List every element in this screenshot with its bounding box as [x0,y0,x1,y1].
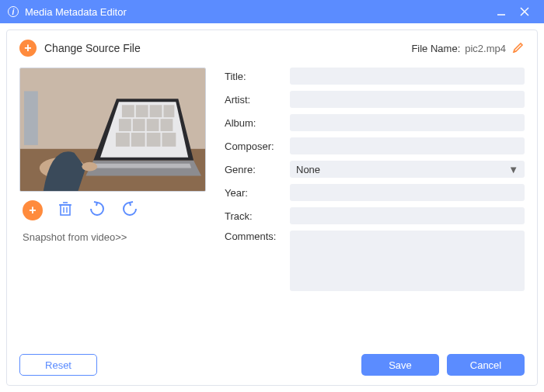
minimize-button[interactable] [490,6,513,17]
composer-input[interactable] [290,137,525,154]
svg-rect-19 [162,133,176,147]
snapshot-link[interactable]: Snapshot from video>> [19,231,206,243]
titlebar: i Media Metadata Editor [0,0,544,23]
svg-line-3 [514,51,516,52]
svg-rect-8 [122,105,134,117]
title-label: Title: [225,71,290,82]
thumbnail-toolbar: + [19,199,206,220]
composer-label: Composer: [225,140,290,152]
delete-thumbnail-icon[interactable] [57,200,74,220]
album-label: Album: [225,117,290,129]
add-thumbnail-icon[interactable]: + [23,200,43,220]
bottom-bar: Reset Save Cancel [19,354,525,376]
genre-value: None [296,164,320,175]
svg-rect-16 [116,133,130,147]
artist-label: Artist: [225,94,290,106]
rotate-right-icon[interactable] [120,199,139,220]
window-title: Media Metadata Editor [25,6,490,18]
album-input[interactable] [290,114,525,131]
comments-input[interactable] [290,231,525,291]
metadata-form: Title: Artist: Album: Composer: Genre: N… [225,68,525,297]
file-name-label: File Name: [411,43,460,54]
header-row: + Change Source File File Name: pic2.mp4 [19,40,525,57]
change-source-plus-icon[interactable]: + [19,40,37,57]
close-button[interactable] [513,6,536,17]
info-icon: i [8,6,19,17]
file-name-value: pic2.mp4 [465,43,506,54]
svg-rect-11 [163,105,174,117]
svg-rect-12 [119,119,131,131]
svg-rect-10 [150,105,162,117]
svg-point-23 [82,162,97,172]
edit-filename-icon[interactable] [512,41,525,56]
svg-marker-21 [91,164,191,168]
title-input[interactable] [290,68,525,85]
svg-rect-25 [61,205,70,215]
thumbnail-preview [19,68,206,192]
genre-select[interactable]: None ▼ [290,161,525,178]
cancel-button[interactable]: Cancel [447,354,525,376]
comments-label: Comments: [225,231,290,242]
save-button[interactable]: Save [361,354,439,376]
svg-rect-14 [147,119,159,131]
genre-label: Genre: [225,164,290,175]
svg-rect-15 [160,119,173,131]
svg-rect-13 [133,119,145,131]
change-source-label[interactable]: Change Source File [44,42,141,54]
year-label: Year: [225,187,290,199]
track-input[interactable] [290,207,525,224]
svg-rect-9 [136,105,148,117]
year-input[interactable] [290,184,525,201]
svg-rect-17 [131,133,145,147]
svg-rect-18 [147,133,161,147]
reset-button[interactable]: Reset [19,354,97,376]
rotate-left-icon[interactable] [88,199,106,220]
artist-input[interactable] [290,91,525,108]
main-panel: + Change Source File File Name: pic2.mp4 [6,29,538,386]
track-label: Track: [225,210,290,222]
svg-rect-24 [24,91,38,144]
chevron-down-icon: ▼ [508,164,518,175]
